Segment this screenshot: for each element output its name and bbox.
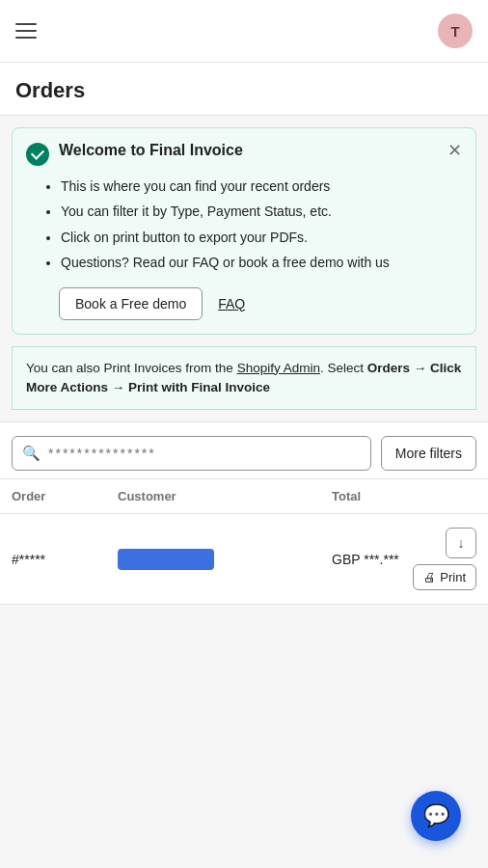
print-fab-icon: 💬 [423,803,449,828]
banner-title: Welcome to Final Invoice [59,142,462,159]
banner-header: Welcome to Final Invoice ✕ [26,142,462,166]
avatar[interactable]: T [438,14,473,48]
shopify-admin-link[interactable]: Shopify Admin [237,361,320,375]
search-input[interactable] [48,446,361,461]
menu-button[interactable] [15,23,37,39]
col-header-order: Order [12,489,118,503]
bullet-1: This is where you can find your recent o… [61,176,462,197]
bullet-3: Click on print button to export your PDF… [61,227,462,248]
customer-cell [118,549,332,570]
download-button[interactable]: ↓ [446,528,476,558]
print-fab[interactable]: 💬 [411,791,461,841]
info-banner: You can also Print Invoices from the Sho… [12,346,476,411]
print-label: Print [440,570,466,584]
print-icon: 🖨 [423,570,436,584]
book-demo-button[interactable]: Book a Free demo [59,287,203,320]
close-icon[interactable]: ✕ [446,140,464,161]
info-text-prefix: You can also Print Invoices from the [26,361,237,375]
print-button[interactable]: 🖨 Print [413,564,476,590]
search-icon: 🔍 [22,445,41,462]
col-header-customer: Customer [118,489,332,503]
row-actions: ↓ 🖨 Print [428,528,476,590]
order-total: GBP ***.*** [332,552,428,567]
table-row: #***** GBP ***.*** ↓ 🖨 Print [0,514,488,605]
page-title-bar: Orders [0,63,488,116]
more-filters-button[interactable]: More filters [381,436,476,471]
bullet-2: You can filter it by Type, Payment Statu… [61,201,462,222]
check-circle-icon [26,143,49,166]
banner-actions: Book a Free demo FAQ [26,287,462,320]
banner-bullets: This is where you can find your recent o… [26,176,462,274]
order-number: #***** [12,552,118,567]
search-row: 🔍 More filters [0,421,488,478]
table-header: Order Customer Total [0,479,488,514]
page-title: Orders [15,78,473,103]
welcome-banner: Welcome to Final Invoice ✕ This is where… [12,127,476,335]
bullet-4: Questions? Read our FAQ or book a free d… [61,252,462,273]
col-header-total: Total [332,489,428,503]
customer-blurred [118,549,214,570]
app-header: T [0,0,488,63]
info-text-suffix: . Select [320,361,367,375]
orders-table: Order Customer Total #***** GBP ***.*** … [0,478,488,605]
search-wrapper: 🔍 [12,436,371,471]
faq-link[interactable]: FAQ [218,296,245,312]
